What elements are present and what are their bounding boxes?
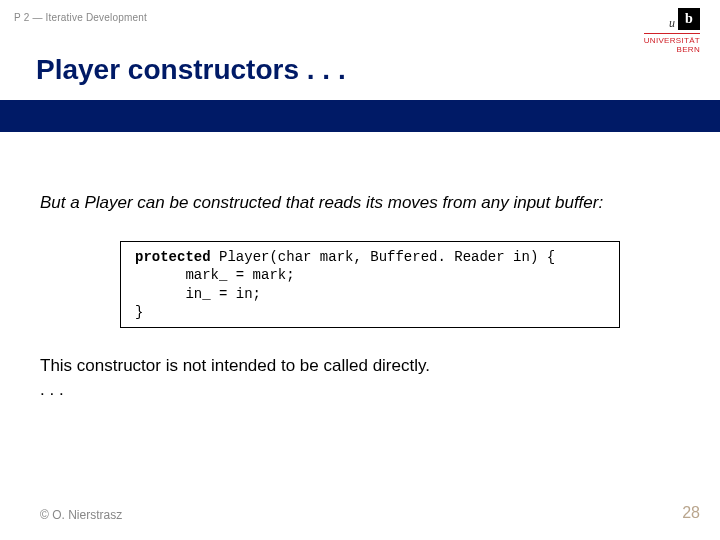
logo-line2: BERN bbox=[644, 46, 700, 55]
code-block: protected Player(char mark, Buffered. Re… bbox=[120, 241, 620, 328]
below-text: This constructor is not intended to be c… bbox=[40, 354, 680, 378]
code-l4: } bbox=[135, 304, 143, 320]
logo-subtext: UNIVERSITÄT BERN bbox=[644, 33, 700, 55]
code-sig: Player(char mark, Buffered. Reader in) { bbox=[211, 249, 555, 265]
page-title: Player constructors . . . bbox=[36, 54, 720, 86]
footer-page-number: 28 bbox=[682, 504, 700, 522]
lead-text: But a Player can be constructed that rea… bbox=[40, 192, 680, 213]
content: But a Player can be constructed that rea… bbox=[0, 132, 720, 400]
university-logo: u b UNIVERSITÄT BERN bbox=[644, 8, 700, 55]
breadcrumb: P 2 — Iterative Development bbox=[14, 8, 147, 23]
footer-copyright: © O. Nierstrasz bbox=[40, 508, 122, 522]
title-wrap: Player constructors . . . bbox=[0, 52, 720, 86]
logo-u-glyph: u bbox=[669, 17, 675, 29]
header: P 2 — Iterative Development u b UNIVERSI… bbox=[0, 0, 720, 52]
code-keyword: protected bbox=[135, 249, 211, 265]
ellipsis: . . . bbox=[40, 380, 680, 400]
code-l3: in_ = in; bbox=[135, 286, 261, 302]
logo-b-square: b bbox=[678, 8, 700, 30]
code-l2: mark_ = mark; bbox=[135, 267, 295, 283]
nav-bar bbox=[0, 100, 720, 132]
